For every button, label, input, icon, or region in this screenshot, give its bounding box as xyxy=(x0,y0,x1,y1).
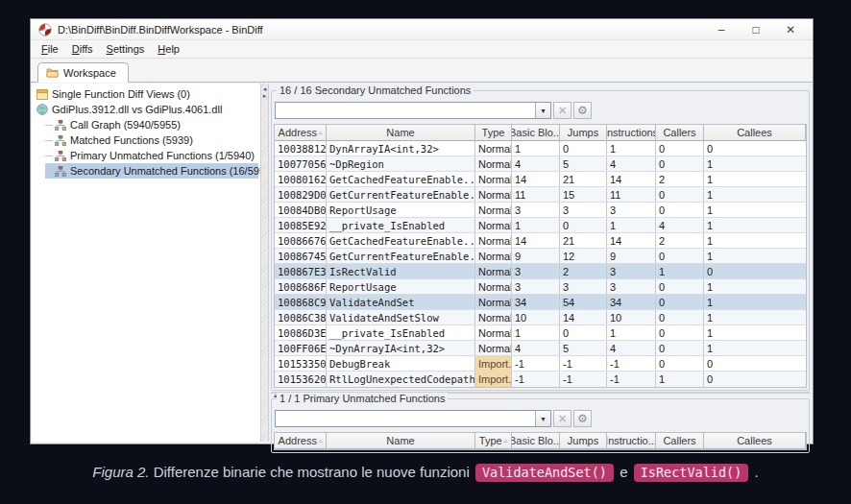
column-header-callees[interactable]: Callees xyxy=(704,433,806,448)
column-header-jumps[interactable]: Jumps xyxy=(560,433,607,448)
sidebar-item-secondary-unmatched-functions-16-5955[interactable]: Secondary Unmatched Functions (16/5955) xyxy=(45,163,258,179)
tab-workspace[interactable]: Workspace xyxy=(37,62,129,83)
sidebar-item-gdiplus-3912-dll-vs-gdiplus-4061-dll[interactable]: GdiPlus.3912.dll vs GdiPlus.4061.dll xyxy=(34,102,258,117)
chevron-down-icon[interactable]: ▼ xyxy=(535,103,550,118)
cell-basic_blocks: 3 xyxy=(512,264,560,278)
menu-item-help[interactable]: Help xyxy=(151,40,186,58)
cell-instructions: 1 xyxy=(607,218,656,232)
menu-item-settings[interactable]: Settings xyxy=(100,40,152,58)
cell-jumps: 3 xyxy=(560,279,607,294)
table-row[interactable]: 10086745GetCurrentFeatureEnable...Normal… xyxy=(275,249,806,264)
table-row[interactable]: 10080162GetCachedFeatureEnable...Normal1… xyxy=(275,172,806,187)
close-button[interactable]: ✕ xyxy=(776,20,805,39)
table-row[interactable]: 100FF06E~DynArrayIA<int,32>Normal45401 xyxy=(275,341,806,356)
cell-basic_blocks: 3 xyxy=(512,279,560,294)
table-row[interactable]: 10086676GetCachedFeatureEnable...Normal1… xyxy=(275,233,806,249)
sidebar-item-label: Secondary Unmatched Functions (16/5955) xyxy=(70,165,260,177)
table-row[interactable]: 1008686FReportUsageNormal33301 xyxy=(275,279,806,295)
menu-item-diffs[interactable]: Diffs xyxy=(65,40,100,58)
cell-type: Normal xyxy=(475,156,512,171)
cell-basic_blocks: 14 xyxy=(512,233,560,248)
column-header-instructions[interactable]: Instructions xyxy=(607,125,656,140)
sidebar-item-primary-unmatched-functions-1-5940[interactable]: Primary Unmatched Functions (1/5940) xyxy=(45,148,258,163)
table-row[interactable]: 10077056~DpRegionNormal45401 xyxy=(275,156,806,172)
primary-unmatched-group: 1 / 1 Primary Unmatched Functions ▼ ✕ ⚙ … xyxy=(271,398,810,453)
column-header-address[interactable]: Address▵ xyxy=(275,125,327,140)
cell-type: Import... xyxy=(475,356,512,371)
sidebar-item-single-function-diff-views-0[interactable]: Single Function Diff Views (0) xyxy=(34,86,258,102)
cell-callers: 0 xyxy=(656,279,704,294)
sort-arrow-icon: ▵ xyxy=(319,129,323,136)
functions-panel: 16 / 16 Secondary Unmatched Functions ▼ … xyxy=(269,84,812,442)
cell-name: ~DynArrayIA<int,32> xyxy=(327,341,475,355)
table-row[interactable]: 10153350DebugBreakImport...-1-1-100 xyxy=(275,356,806,372)
chevron-down-icon[interactable]: ▼ xyxy=(535,411,550,426)
cell-jumps: -1 xyxy=(560,372,607,387)
workspace-content: Single Function Diff Views (0)GdiPlus.39… xyxy=(32,84,812,442)
column-header-type[interactable]: Type xyxy=(475,125,512,140)
filter-settings-gear-icon[interactable]: ⚙ xyxy=(573,410,592,427)
cell-name: __private_IsEnabled xyxy=(327,325,475,340)
column-header-jumps[interactable]: Jumps xyxy=(560,125,607,140)
table-row[interactable]: 10153620RtlLogUnexpectedCodepathImport..… xyxy=(275,372,806,387)
cell-type: Normal xyxy=(475,310,512,324)
column-header-type[interactable]: Type▵ xyxy=(475,433,512,448)
cell-name: ValidateAndSetSlow xyxy=(327,310,475,324)
cell-callees: 0 xyxy=(704,264,806,278)
splitter-collapse-icons[interactable]: ◂▸ xyxy=(261,85,268,99)
cell-jumps: 0 xyxy=(560,218,607,232)
vertical-splitter[interactable]: ◂▸ xyxy=(260,84,269,442)
table-row[interactable]: 100867E3IsRectValidNormal32310 xyxy=(275,264,806,279)
column-header-instructions[interactable]: Instructio... xyxy=(607,433,656,448)
sort-arrow-icon: ▵ xyxy=(504,437,508,444)
caption-text: Differenze binarie che mostrano le nuove… xyxy=(150,464,474,480)
cell-callees: 0 xyxy=(704,356,806,371)
sidebar-item-matched-functions-5939[interactable]: Matched Functions (5939) xyxy=(45,132,258,148)
primary-filter-combobox: ▼ xyxy=(275,410,551,427)
column-header-basic_blocks[interactable]: Basic Blo... xyxy=(512,125,560,140)
cell-basic_blocks: 11 xyxy=(512,187,560,202)
cell-instructions: 14 xyxy=(607,233,656,248)
cell-address: 10153620 xyxy=(275,372,327,387)
table-row[interactable]: 10085E92__private_IsEnabledNormal10141 xyxy=(275,218,806,233)
minimize-button[interactable]: – xyxy=(707,20,736,39)
function-name-badge: ValidateAndSet() xyxy=(475,464,614,482)
clear-filter-icon[interactable]: ✕ xyxy=(553,410,571,427)
table-row[interactable]: 10086D3E__private_IsEnabledNormal10101 xyxy=(275,325,806,341)
cell-jumps: -1 xyxy=(560,356,607,371)
cell-address: 100FF06E xyxy=(275,341,327,355)
column-header-name[interactable]: Name xyxy=(327,125,475,140)
cell-basic_blocks: 9 xyxy=(512,249,560,263)
sidebar-item-call-graph-5940-5955[interactable]: Call Graph (5940/5955) xyxy=(45,117,258,132)
cell-basic_blocks: 4 xyxy=(512,156,560,171)
column-header-callers[interactable]: Callers xyxy=(656,433,704,448)
cell-callees: 1 xyxy=(704,203,806,217)
cell-callers: 0 xyxy=(656,325,704,340)
table-row[interactable]: 10038812DynArrayIA<int,32>Normal10100 xyxy=(275,141,806,156)
secondary-filter-input[interactable] xyxy=(276,103,535,118)
cell-address: 100829D0 xyxy=(275,187,327,202)
cell-address: 10038812 xyxy=(275,141,327,156)
cell-instructions: 4 xyxy=(607,341,656,355)
tab-label: Workspace xyxy=(63,67,116,79)
filter-settings-gear-icon[interactable]: ⚙ xyxy=(573,102,592,119)
column-header-callers[interactable]: Callers xyxy=(656,125,704,140)
column-header-name[interactable]: Name xyxy=(327,433,475,448)
menu-item-file[interactable]: File xyxy=(35,40,65,58)
cell-basic_blocks: -1 xyxy=(512,372,560,387)
cell-type: Normal xyxy=(475,249,512,263)
column-header-callees[interactable]: Callees xyxy=(704,125,806,140)
table-row[interactable]: 100868C9ValidateAndSetNormal34543401 xyxy=(275,295,806,310)
table-row[interactable]: 10086C38ValidateAndSetSlowNormal10141001 xyxy=(275,310,806,325)
table-row[interactable]: 100829D0GetCurrentFeatureEnable...Normal… xyxy=(275,187,806,203)
cell-callers: 0 xyxy=(656,203,704,217)
cell-instructions: 3 xyxy=(607,264,656,278)
cell-callees: 1 xyxy=(704,218,806,232)
cell-jumps: 0 xyxy=(560,141,607,156)
column-header-address[interactable]: Address▵ xyxy=(275,433,327,448)
primary-filter-input[interactable] xyxy=(276,411,535,426)
maximize-button[interactable]: □ xyxy=(742,20,770,39)
table-row[interactable]: 10084DB0ReportUsageNormal33301 xyxy=(275,203,806,218)
column-header-basic_blocks[interactable]: Basic Blo... xyxy=(512,433,560,448)
clear-filter-icon[interactable]: ✕ xyxy=(553,102,571,119)
